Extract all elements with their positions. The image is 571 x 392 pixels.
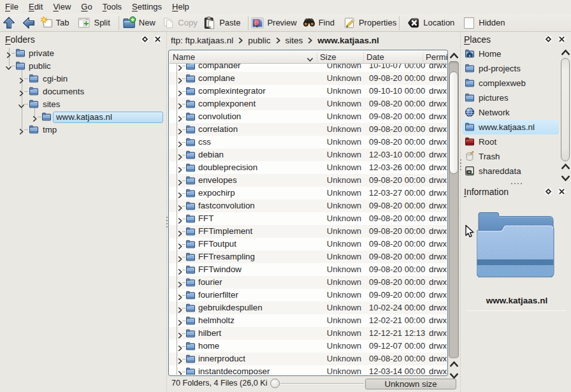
breadcrumb-segment[interactable]: public <box>248 36 270 45</box>
expand-icon[interactable] <box>177 178 183 184</box>
expand-icon[interactable] <box>177 305 183 311</box>
folders-tree-item-private[interactable]: private <box>0 47 164 59</box>
folders-tree-item-tmp[interactable]: tmp <box>0 123 164 136</box>
expand-icon[interactable] <box>177 293 183 298</box>
expand-icon[interactable] <box>18 76 24 82</box>
file-row-debian[interactable]: debianUnknown12-03-10 00:00drwxr-xr-x <box>170 149 447 161</box>
collapse-icon[interactable] <box>18 101 24 107</box>
file-row-FFToutput[interactable]: FFToutputUnknown09-08-20 00:00drwxr-xr-x <box>170 238 447 250</box>
breadcrumb-segment[interactable]: ftp: ftp.katjaas.nl <box>171 36 233 45</box>
properties-button[interactable]: Properties <box>340 15 398 31</box>
folders-tree-item-public[interactable]: public <box>0 59 164 72</box>
file-row-envelopes[interactable]: envelopesUnknown09-08-20 00:00drwxr-xr-x <box>170 174 447 187</box>
copy-button[interactable]: Copy <box>159 15 199 31</box>
file-row-hilbert[interactable]: hilbertUnknown12-12-21 12:13drwxr-xr-x <box>170 327 447 340</box>
column-separator[interactable] <box>317 53 317 62</box>
file-row-fourierfilter[interactable]: fourierfilterUnknown09-09-20 00:00drwxr-… <box>170 289 447 301</box>
splitter-main-places[interactable] <box>458 32 461 392</box>
folders-tree-item-cgi-bin[interactable]: cgi-bin <box>0 72 164 85</box>
menu-settings[interactable]: Settings <box>127 1 167 13</box>
places-item-complexweb[interactable]: complexweb <box>463 76 559 91</box>
expand-icon[interactable] <box>177 369 183 375</box>
expand-icon[interactable] <box>177 114 183 120</box>
expand-icon[interactable] <box>177 280 183 286</box>
expand-icon[interactable] <box>6 50 11 56</box>
expand-icon[interactable] <box>32 114 38 120</box>
new-tab-button[interactable]: Tab <box>38 15 71 31</box>
places-item-network[interactable]: Network <box>463 105 559 120</box>
file-row-expochirp[interactable]: expochirpUnknown12-03-27 00:00drwxr-xr-x <box>170 187 447 200</box>
find-button[interactable]: Find <box>300 15 336 31</box>
places-item-root[interactable]: Root <box>463 134 559 149</box>
expand-icon[interactable] <box>177 101 183 107</box>
file-row-gebruikdespullen[interactable]: gebruikdespullenUnknown10-02-24 00:00drw… <box>170 301 447 314</box>
column-separator[interactable] <box>363 53 364 62</box>
scroll-up-icon[interactable] <box>560 48 570 57</box>
places-item-shareddata[interactable]: shareddata <box>463 164 559 178</box>
scroll-up-icon[interactable] <box>560 163 570 171</box>
file-row-css[interactable]: cssUnknown09-08-20 00:00drwxr-xr-x <box>170 136 447 149</box>
file-row-FFT[interactable]: FFTUnknown09-08-20 00:00drwxr-xr-x <box>170 212 447 225</box>
split-button[interactable]: Split <box>75 15 112 31</box>
breadcrumb-segment[interactable]: www.katjaas.nl <box>317 36 379 45</box>
places-close-icon[interactable] <box>558 35 566 43</box>
folders-undock-icon[interactable] <box>141 35 149 43</box>
expand-icon[interactable] <box>177 344 183 349</box>
menu-file[interactable]: File <box>0 1 24 13</box>
new-button[interactable]: New <box>120 15 157 31</box>
hidden-button[interactable]: Hidden <box>460 15 507 31</box>
folders-tree-item-sites[interactable]: sites <box>0 98 164 110</box>
menu-tools[interactable]: Tools <box>98 1 127 13</box>
location-button[interactable]: Location <box>405 15 456 31</box>
preview-button[interactable]: Preview <box>249 15 298 31</box>
places-undock-icon[interactable] <box>544 35 553 43</box>
paste-button[interactable]: Paste <box>201 15 242 31</box>
information-undock-icon[interactable] <box>544 187 553 196</box>
expand-icon[interactable] <box>177 242 183 247</box>
expand-icon[interactable] <box>177 89 183 94</box>
collapse-icon[interactable] <box>6 63 11 69</box>
column-header-permissions[interactable]: Permissions <box>426 51 448 64</box>
zoom-slider[interactable] <box>270 375 364 392</box>
scrollbar-thumb[interactable] <box>561 58 570 161</box>
folders-tree-item-documents[interactable]: documents <box>0 85 164 98</box>
file-row-FFTresampling[interactable]: FFTresamplingUnknown09-08-20 00:00drwxr-… <box>170 250 447 263</box>
places-item-pd-projects[interactable]: pd-projects <box>463 61 559 76</box>
expand-icon[interactable] <box>177 267 183 273</box>
file-row-complexintegrator[interactable]: complexintegratorUnknown09-10-10 00:00dr… <box>170 85 447 98</box>
expand-icon[interactable] <box>177 254 183 260</box>
expand-icon[interactable] <box>177 203 183 209</box>
expand-icon[interactable] <box>177 216 183 222</box>
menu-edit[interactable]: Edit <box>24 1 48 13</box>
places-item-home[interactable]: Home <box>463 47 559 61</box>
expand-icon[interactable] <box>177 318 183 324</box>
menu-go[interactable]: Go <box>76 1 97 13</box>
up-button[interactable] <box>0 15 18 31</box>
file-row-FFTwindow[interactable]: FFTwindowUnknown09-08-20 00:00drwxr-xr-x <box>170 263 447 276</box>
file-row-convolution[interactable]: convolutionUnknown09-08-20 00:00drwxr-xr… <box>170 110 447 123</box>
zoom-slider-knob[interactable] <box>270 379 280 388</box>
expand-icon[interactable] <box>18 127 24 133</box>
expand-icon[interactable] <box>177 331 183 337</box>
expand-icon[interactable] <box>177 127 183 133</box>
file-row-instantdecomposer[interactable]: instantdecomposerUnknown12-03-14 00:00dr… <box>170 365 447 375</box>
breadcrumb-segment[interactable]: sites <box>286 36 303 45</box>
expand-icon[interactable] <box>177 76 183 82</box>
file-row-complane[interactable]: complaneUnknown09-08-20 00:00drwxr-xr-x <box>170 72 447 85</box>
places-item-www.katjaas.nl[interactable]: www.katjaas.nl <box>463 120 559 134</box>
menu-help[interactable]: Help <box>167 1 194 13</box>
file-row-complexponent[interactable]: complexponentUnknown09-08-20 00:00drwxr-… <box>170 98 447 110</box>
file-row-fastconvolution[interactable]: fastconvolutionUnknown09-08-20 00:00drwx… <box>170 200 447 212</box>
column-header-size[interactable]: Size <box>320 51 362 64</box>
file-row-FFTimplement[interactable]: FFTimplementUnknown09-08-20 00:00drwxr-x… <box>170 225 447 238</box>
information-close-icon[interactable] <box>558 187 566 196</box>
scroll-down-icon[interactable] <box>560 174 570 182</box>
menu-view[interactable]: View <box>48 1 76 13</box>
back-button[interactable] <box>20 15 38 31</box>
file-row-innerproduct[interactable]: innerproductUnknown09-08-20 00:00drwxr-x… <box>170 352 447 365</box>
expand-icon[interactable] <box>177 229 183 235</box>
expand-icon[interactable] <box>177 140 183 145</box>
column-header-name[interactable]: Name <box>173 51 316 64</box>
column-separator[interactable] <box>423 53 423 62</box>
expand-icon[interactable] <box>177 165 183 171</box>
